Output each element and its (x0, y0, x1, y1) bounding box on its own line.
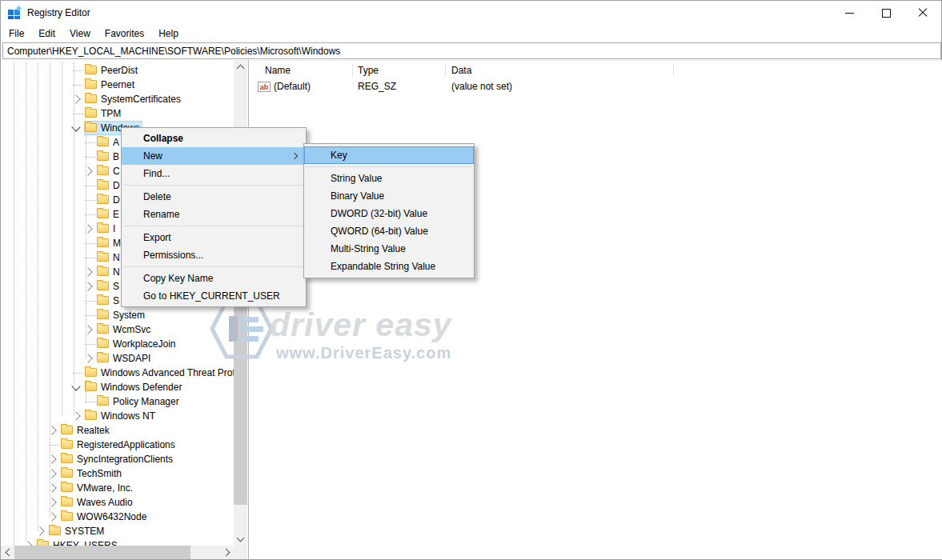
tree-item-realtek[interactable]: Realtek (1, 423, 234, 438)
menu-item-label: Collapse (143, 133, 183, 144)
folder-icon (97, 224, 109, 233)
menu-separator (123, 266, 304, 267)
folder-icon (85, 411, 97, 420)
scroll-right-button[interactable] (220, 546, 234, 559)
tree-item-label: Policy Manager (96, 394, 182, 409)
tree-item-registeredapplications[interactable]: RegisteredApplications (1, 438, 234, 452)
value-name[interactable]: (Default) (274, 81, 311, 92)
maximize-button[interactable] (868, 1, 904, 25)
menu-item-string-value[interactable]: String Value (304, 170, 474, 187)
string-value-icon: ab (258, 82, 271, 92)
tree-item-wsdapi[interactable]: WSDAPI (1, 351, 234, 366)
tree-item-tpm[interactable]: TPM (1, 106, 234, 121)
registry-editor-window: Registry Editor File Edit View Favorites… (0, 0, 942, 560)
menu-separator (306, 166, 472, 167)
scroll-down-button[interactable] (234, 532, 247, 546)
menu-help[interactable]: Help (151, 28, 186, 39)
tree-indent-guide (26, 63, 26, 541)
folder-icon (97, 282, 109, 290)
menu-item-label: New (143, 150, 162, 162)
tree-item-techsmith[interactable]: TechSmith (1, 466, 234, 481)
tree-item-windows-nt[interactable]: Windows NT (1, 409, 234, 423)
menu-favorites[interactable]: Favorites (98, 28, 151, 39)
menu-item-go-to-hkey-current-user[interactable]: Go to HKEY_CURRENT_USER (122, 287, 306, 305)
tree-item-peernet[interactable]: Peernet (1, 78, 234, 92)
menu-item-label: Binary Value (331, 190, 384, 202)
menu-view[interactable]: View (62, 28, 98, 39)
tree-horizontal-scrollbar[interactable] (1, 546, 234, 559)
folder-icon (97, 310, 109, 319)
tree-indent-guide (86, 380, 86, 402)
chevron-left-icon (5, 549, 13, 557)
column-header-name[interactable]: Name (265, 65, 291, 76)
column-header-data[interactable]: Data (451, 65, 471, 76)
menu-item-export[interactable]: Export (122, 229, 306, 246)
column-separator[interactable] (352, 63, 353, 77)
folder-icon (61, 469, 73, 478)
tree-item-syncintegrationclients[interactable]: SyncIntegrationClients (1, 452, 234, 466)
menu-edit[interactable]: Edit (31, 28, 62, 39)
folder-icon (61, 498, 73, 506)
menu-item-label: Delete (143, 191, 171, 202)
tree-indent-guide (14, 63, 14, 545)
menu-item-collapse[interactable]: Collapse (122, 130, 306, 147)
menu-item-key[interactable]: Key (304, 146, 474, 164)
value-data: (value not set) (451, 81, 512, 92)
menu-item-qword-64-bit-value[interactable]: QWORD (64-bit) Value (304, 222, 474, 240)
minimize-icon (845, 13, 854, 14)
tree-item-system[interactable]: System (1, 308, 234, 322)
folder-icon (97, 210, 109, 218)
chevron-up-icon (237, 64, 245, 72)
scroll-left-button[interactable] (1, 546, 14, 559)
tree-item-waves-audio[interactable]: Waves Audio (1, 495, 234, 510)
folder-icon (85, 109, 97, 118)
horizontal-scroll-thumb[interactable] (14, 546, 190, 559)
menu-item-find[interactable]: Find... (122, 165, 306, 182)
tree-item-hkey-users[interactable]: HKEY_USERS (1, 538, 234, 546)
column-header-type[interactable]: Type (358, 65, 379, 76)
menu-item-rename[interactable]: Rename (122, 206, 306, 223)
menu-item-expandable-string-value[interactable]: Expandable String Value (304, 258, 474, 275)
tree-item-windows-defender[interactable]: Windows Defender (1, 380, 234, 394)
column-separator[interactable] (673, 63, 674, 77)
tree-item-label: WOW6432Node (60, 510, 149, 524)
menu-item-binary-value[interactable]: Binary Value (304, 187, 474, 205)
menu-item-label: Key (331, 150, 347, 161)
folder-icon (85, 94, 97, 103)
address-bar[interactable]: Computer\HKEY_LOCAL_MACHINE\SOFTWARE\Pol… (2, 42, 941, 59)
menu-item-label: QWORD (64-bit) Value (331, 226, 428, 237)
tree-item-vmware-inc[interactable]: VMware, Inc. (1, 481, 234, 495)
menu-item-permissions[interactable]: Permissions... (122, 246, 306, 264)
dotted-connector (85, 402, 95, 402)
folder-icon (85, 123, 97, 132)
tree-item-wow6432node[interactable]: WOW6432Node (1, 510, 234, 524)
menu-item-multi-string-value[interactable]: Multi-String Value (304, 240, 474, 258)
scroll-up-button[interactable] (234, 60, 247, 74)
tree-item-policy-manager[interactable]: Policy Manager (1, 394, 234, 409)
column-separator[interactable] (445, 63, 446, 77)
menu-item-delete[interactable]: Delete (122, 188, 306, 206)
folder-icon (61, 512, 73, 521)
menu-item-dword-32-bit-value[interactable]: DWORD (32-bit) Value (304, 205, 474, 222)
folder-icon (97, 267, 109, 276)
minimize-button[interactable] (831, 1, 868, 25)
tree-item-wcmsvc[interactable]: WcmSvc (1, 322, 234, 337)
menu-item-new[interactable]: New (122, 147, 306, 165)
menu-item-label: Export (143, 232, 171, 243)
menu-item-copy-key-name[interactable]: Copy Key Name (122, 270, 306, 287)
close-button[interactable] (904, 1, 941, 25)
folder-icon (61, 454, 73, 463)
menu-file[interactable]: File (1, 28, 31, 39)
folder-icon (97, 325, 109, 334)
tree-item-label: RegisteredApplications (60, 438, 178, 452)
value-type: REG_SZ (358, 81, 396, 92)
tree-item-workplacejoin[interactable]: WorkplaceJoin (1, 337, 234, 351)
tree-item-windows-advanced-threat-prot[interactable]: Windows Advanced Threat Prot (1, 366, 234, 380)
vertical-scroll-thumb[interactable] (234, 281, 247, 505)
tree-item-peerdist[interactable]: PeerDist (1, 63, 234, 78)
tree-item-system[interactable]: SYSTEM (1, 524, 234, 538)
tree-item-systemcertificates[interactable]: SystemCertificates (1, 92, 234, 106)
folder-icon (97, 166, 109, 175)
folder-icon (85, 80, 97, 89)
registry-editor-icon (8, 6, 21, 19)
